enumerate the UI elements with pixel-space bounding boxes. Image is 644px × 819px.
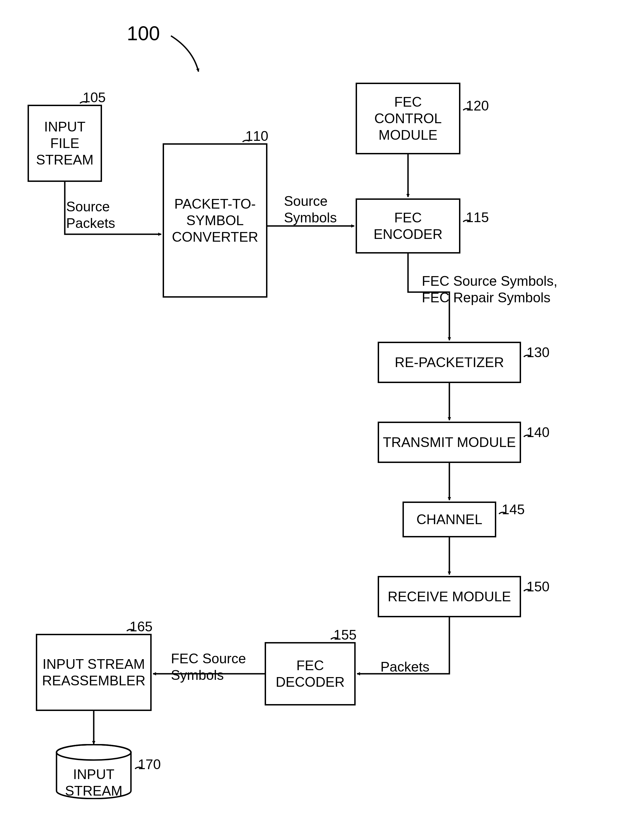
ref-input-file-stream: 105 bbox=[83, 90, 106, 106]
edge-label-source-packets: SourcePackets bbox=[66, 198, 115, 231]
ref-channel: 145 bbox=[502, 502, 524, 517]
node-fec-control: FECCONTROLMODULE bbox=[356, 83, 460, 154]
ref-transmit: 140 bbox=[527, 424, 549, 440]
node-receive: RECEIVE MODULE bbox=[378, 576, 521, 617]
node-fec-encoder: FECENCODER bbox=[356, 198, 460, 254]
ref-fec-control: 120 bbox=[466, 98, 489, 114]
node-packet-to-symbol: PACKET-TO-SYMBOLCONVERTER bbox=[163, 143, 267, 298]
node-transmit: TRANSMIT MODULE bbox=[378, 422, 521, 463]
edge-label-source-symbols: SourceSymbols bbox=[284, 193, 337, 226]
ref-fec-decoder: 155 bbox=[334, 627, 356, 643]
ref-repacketizer: 130 bbox=[527, 344, 549, 360]
edge-label-fec-source-symbols: FEC SourceSymbols bbox=[171, 651, 246, 683]
ref-packet-to-symbol: 110 bbox=[245, 128, 268, 144]
edge-label-fec-symbols: FEC Source Symbols,FEC Repair Symbols bbox=[422, 273, 576, 306]
edge-label-packets: Packets bbox=[380, 658, 429, 675]
node-label: TRANSMIT MODULE bbox=[383, 434, 516, 450]
diagram-canvas: 100 INPUTFILESTREAM 105 PACKET-TO-SYMBOL… bbox=[0, 0, 644, 819]
node-channel: CHANNEL bbox=[403, 502, 496, 537]
ref-reassembler: 165 bbox=[130, 618, 152, 635]
node-label: CHANNEL bbox=[417, 511, 483, 528]
node-repacketizer: RE-PACKETIZER bbox=[378, 342, 521, 383]
node-input-file-stream: INPUTFILESTREAM bbox=[28, 105, 102, 182]
node-label: INPUTFILESTREAM bbox=[36, 118, 94, 168]
node-input-stream-store: INPUTSTREAM bbox=[55, 744, 132, 799]
node-fec-decoder: FECDECODER bbox=[265, 642, 356, 706]
ref-input-stream-store: 170 bbox=[138, 756, 161, 772]
node-label: RECEIVE MODULE bbox=[388, 588, 511, 605]
node-label: FECCONTROLMODULE bbox=[374, 94, 442, 143]
ref-receive: 150 bbox=[527, 579, 549, 595]
ref-fec-encoder: 115 bbox=[466, 210, 489, 225]
node-label: FECDECODER bbox=[276, 657, 345, 690]
node-label: RE-PACKETIZER bbox=[395, 354, 504, 370]
node-reassembler: INPUT STREAMREASSEMBLER bbox=[36, 634, 152, 711]
node-label: FECENCODER bbox=[374, 210, 443, 242]
node-label: PACKET-TO-SYMBOLCONVERTER bbox=[172, 196, 258, 245]
figure-number: 100 bbox=[127, 22, 160, 44]
node-label: INPUTSTREAM bbox=[55, 766, 132, 799]
node-label: INPUT STREAMREASSEMBLER bbox=[42, 656, 145, 689]
